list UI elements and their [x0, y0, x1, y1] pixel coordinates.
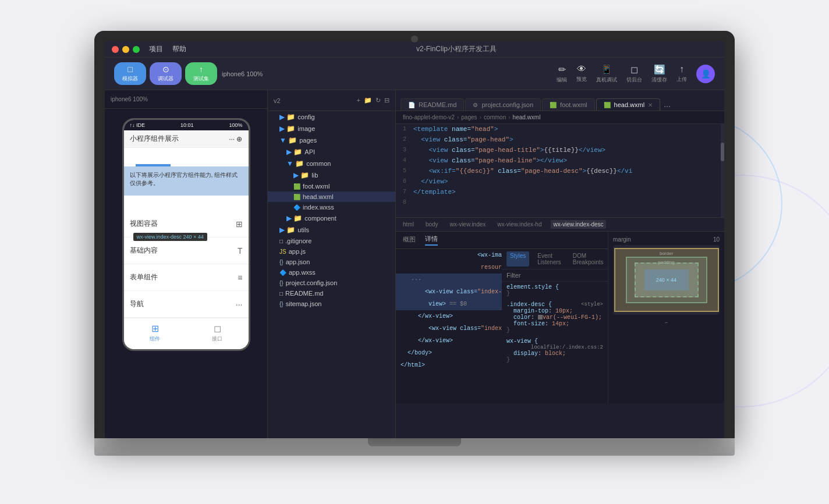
md-icon: □	[279, 290, 283, 297]
line-num-6: 6	[396, 177, 413, 186]
tree-item-api[interactable]: ▶ 📁 API	[268, 146, 395, 158]
margin-label: margin	[613, 236, 631, 243]
prop-margin-top: margin-top	[513, 308, 548, 314]
tree-item-gitignore[interactable]: □ .gitignore	[268, 236, 395, 246]
preview-action[interactable]: 👁 预览	[576, 64, 587, 84]
line-content-6: </view>	[413, 177, 448, 186]
user-avatar[interactable]: 👤	[696, 65, 715, 83]
menu-project[interactable]: 项目	[149, 44, 163, 54]
bl-8: </wx-view>	[396, 335, 502, 347]
tree-item-foot-wxml[interactable]: 🟩 foot.wxml	[268, 181, 395, 191]
item-label: pages	[299, 137, 317, 144]
phone-battery: 100%	[229, 122, 242, 128]
edit-action[interactable]: ✏ 编辑	[557, 64, 567, 84]
tab-project-config[interactable]: ⚙ project.config.json	[465, 98, 541, 111]
phone-time: 10:01	[180, 122, 194, 128]
html-tab-html[interactable]: html	[401, 220, 416, 229]
phone-highlighted-element: 以下将展示小程序官方组件能力, 组件样式仅供参考。	[124, 166, 249, 196]
nav-interface[interactable]: ◻ 接口	[212, 323, 222, 343]
styles-tab-event[interactable]: Event Listeners	[534, 251, 565, 267]
tree-item-index-wxss[interactable]: 🔷 index.wxss	[268, 202, 395, 212]
bg-action[interactable]: ◻ 切后台	[626, 64, 642, 84]
breadcrumb-part-0: fino-applet-demo-v2	[403, 114, 455, 120]
tab-outline[interactable]: 概图	[403, 235, 416, 245]
item-label: app.json	[286, 258, 310, 265]
device-debug-action[interactable]: 📱 真机调试	[596, 64, 617, 84]
tree-item-app-wxss[interactable]: 🔷 app.wxss	[268, 267, 395, 278]
nav-components[interactable]: ⊞ 组件	[150, 323, 160, 343]
folder-icon: ▶ 📁	[279, 226, 295, 234]
tab-details[interactable]: 详情	[425, 235, 438, 246]
tree-item-head-wxml[interactable]: 🟩 head.wxml	[268, 191, 395, 202]
tab-foot-wxml[interactable]: 🟩 foot.wxml	[542, 98, 594, 111]
element-style-rule: element.style { }	[502, 282, 608, 299]
tab-head-wxml[interactable]: 🟩 head.wxml ✕	[596, 98, 661, 111]
new-file-action[interactable]: +	[357, 97, 360, 104]
tree-item-readme[interactable]: □ README.md	[268, 288, 395, 299]
device-selector[interactable]: iphone6 100%	[222, 70, 263, 77]
val-display: block;	[545, 350, 566, 357]
new-folder-action[interactable]: 📁	[364, 97, 372, 104]
debugger-button[interactable]: ⊙ 调试器	[150, 62, 182, 85]
html-tab-wx-desc[interactable]: wx-view.index-desc	[551, 220, 605, 229]
tree-item-app-json[interactable]: {} app.json	[268, 257, 395, 267]
close-button[interactable]	[112, 46, 119, 53]
bg-icon: ◻	[630, 64, 638, 75]
collapse-action[interactable]: ⊟	[384, 97, 389, 104]
html-tab-wx-index[interactable]: wx-view.index	[448, 220, 488, 229]
html-tab-body[interactable]: body	[423, 220, 441, 229]
item-label: sitemap.json	[286, 300, 322, 307]
box-model-header: margin 10	[613, 236, 720, 243]
refresh-action[interactable]: ↻	[375, 97, 381, 104]
styles-tab-styles[interactable]: Styles	[506, 251, 529, 267]
bl-content-7: <wx-view class="index-bd">_</wx-view>	[396, 323, 502, 334]
wx-view-close: }	[506, 357, 510, 363]
styles-tab-dom[interactable]: DOM Breakpoints	[569, 251, 607, 267]
tree-item-image[interactable]: ▶ 📁 image	[268, 123, 395, 134]
bottom-code-section[interactable]: <wx-image class="index-logo" src="../res…	[396, 249, 502, 403]
bl-4: <wx-view class="index-desc">以下将展示小程序官方组件…	[396, 286, 502, 298]
tree-item-sitemap[interactable]: {} sitemap.json	[268, 299, 395, 309]
code-area[interactable]: 1 <template name="head"> 2 <view class="…	[396, 124, 724, 217]
tree-item-common[interactable]: ▼ 📁 common	[268, 158, 395, 169]
phone-content: wx-view.index-desc 240 × 44 以下将展示小程序官方组件…	[124, 164, 249, 318]
menu-help[interactable]: 帮助	[172, 44, 186, 54]
folder-icon: ▶ 📁	[286, 214, 302, 222]
item-label: README.md	[285, 290, 323, 297]
breadcrumb-current: head.wxml	[513, 114, 541, 120]
val-font-size: 14px;	[552, 321, 569, 327]
tree-item-project-config[interactable]: {} project.config.json	[268, 278, 395, 288]
code-line-6: 6 </view>	[396, 176, 724, 187]
item-label: config	[297, 113, 314, 120]
more-tabs-icon[interactable]: ···	[664, 101, 671, 111]
tree-item-config[interactable]: ▶ 📁 config	[268, 111, 395, 123]
tree-item-pages[interactable]: ▼ 📁 pages	[268, 134, 395, 146]
tab-readme-label: README.md	[419, 101, 456, 108]
toolbar: □ 模拟器 ⊙ 调试器 ↑ 测试集 iphone6 100%	[105, 58, 724, 90]
html-tab-wx-hd[interactable]: wx-view.index-hd	[495, 220, 544, 229]
folder-icon: ▶ 📁	[293, 171, 309, 179]
prop-font-size: font-size	[513, 321, 545, 327]
testset-button[interactable]: ↑ 测试集	[185, 62, 217, 85]
screen-inner: 项目 帮助 v2-FinClip小程序开发工具 □ 模拟器 ⊙ 调试器	[105, 41, 724, 438]
maximize-button[interactable]	[133, 46, 140, 53]
toolbar-actions: ✏ 编辑 👁 预览 📱 真机调试 ◻ 切后台	[557, 64, 687, 84]
tree-item-component[interactable]: ▶ 📁 component	[268, 212, 395, 224]
color-swatch	[538, 315, 543, 320]
simulator-button[interactable]: □ 模拟器	[114, 62, 146, 85]
tab-close-icon[interactable]: ✕	[648, 102, 653, 108]
styles-filter-input[interactable]	[525, 272, 605, 279]
minimize-button[interactable]	[122, 46, 129, 53]
mini-scroll[interactable]	[721, 124, 724, 217]
item-label: common	[306, 160, 331, 167]
tab-readme[interactable]: 📄 README.md	[401, 98, 464, 111]
tree-item-app-js[interactable]: JS app.js	[268, 246, 395, 257]
wx-view-rule: wx-view { localfile:/.index.css:2 displa…	[502, 336, 608, 365]
upload-action[interactable]: ↑ 上传	[676, 64, 687, 84]
tree-item-lib[interactable]: ▶ 📁 lib	[268, 169, 395, 181]
margin-value: 10	[713, 236, 720, 243]
clear-action[interactable]: 🔄 清缓存	[651, 64, 667, 84]
tree-item-utils[interactable]: ▶ 📁 utils	[268, 224, 395, 236]
breadcrumb-part-2: common	[484, 114, 506, 120]
wx-view-selector: wx-view {	[506, 338, 538, 345]
